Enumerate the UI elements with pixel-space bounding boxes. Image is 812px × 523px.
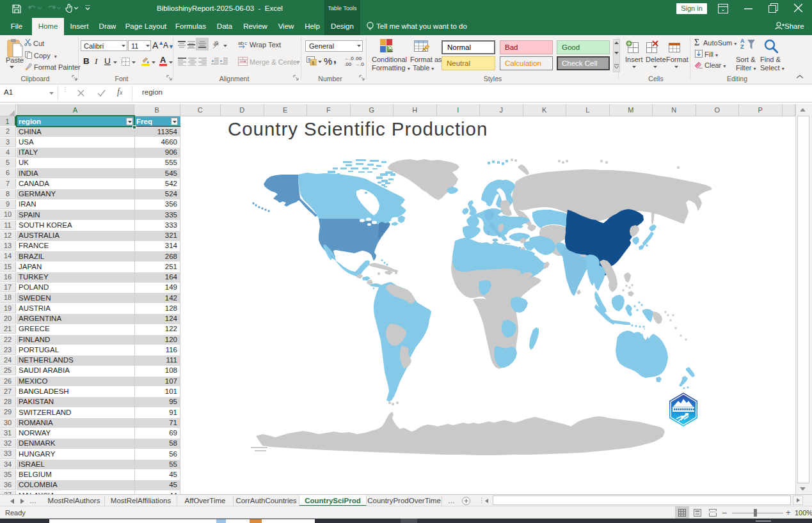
svg-text:$: $ (312, 60, 315, 66)
svg-text:ab: ab (212, 40, 220, 47)
svg-text:c: c (244, 40, 247, 46)
svg-text:ab: ab (238, 40, 244, 46)
